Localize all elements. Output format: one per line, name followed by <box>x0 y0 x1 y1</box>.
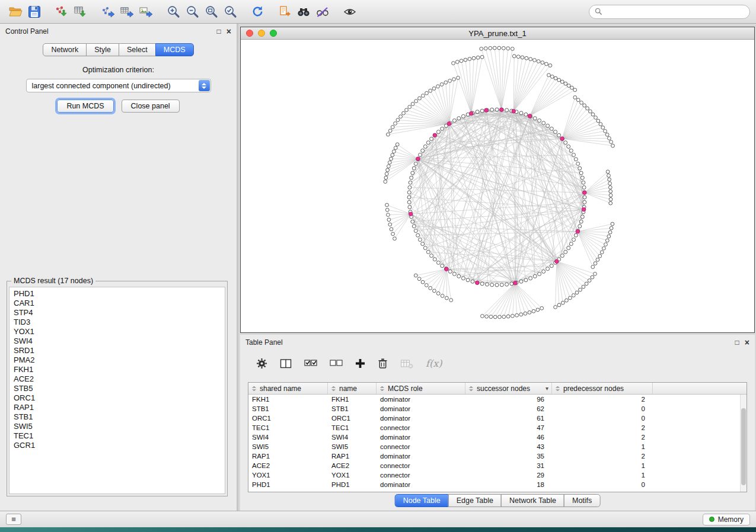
mcds-result-item[interactable]: STP4 <box>14 308 225 318</box>
mcds-result-item[interactable]: ACE2 <box>14 374 225 384</box>
zoom-out-button[interactable] <box>183 2 202 21</box>
mcds-result-title: MCDS result (17 nodes) <box>11 277 95 285</box>
sort-icon <box>555 386 560 392</box>
toggle-column-view-button[interactable] <box>280 358 292 369</box>
table-row[interactable]: YOX1YOX1connector291 <box>248 470 740 480</box>
memory-button[interactable]: Memory <box>703 514 750 525</box>
mcds-result-item[interactable]: PHD1 <box>14 289 225 299</box>
import-network-button[interactable] <box>52 2 71 21</box>
window-close-button[interactable] <box>246 30 253 37</box>
delete-column-button[interactable] <box>378 358 388 369</box>
cell-shared-name: ORC1 <box>248 414 328 423</box>
mcds-result-item[interactable]: FKH1 <box>14 365 225 374</box>
mcds-result-item[interactable]: SWI5 <box>14 422 225 431</box>
add-column-button[interactable] <box>355 358 365 368</box>
copy-style-button[interactable] <box>275 2 294 21</box>
cell-predecessor-nodes: 1 <box>552 470 653 480</box>
tab-node-table[interactable]: Node Table <box>395 494 449 507</box>
tab-network-table[interactable]: Network Table <box>501 494 564 507</box>
cell-shared-name: RAP1 <box>248 451 328 461</box>
table-settings-button[interactable] <box>256 358 267 369</box>
hide-selected-button[interactable] <box>313 2 332 21</box>
cell-name: PHD1 <box>328 480 377 489</box>
table-body: FKH1FKH1dominator962STB1STB1dominator620… <box>248 395 740 492</box>
find-objects-button[interactable] <box>294 2 313 21</box>
tab-edge-table[interactable]: Edge Table <box>448 494 502 507</box>
cell-successor-nodes: 31 <box>465 461 552 470</box>
open-session-button[interactable] <box>6 2 25 21</box>
mcds-result-item[interactable]: GCR1 <box>14 441 225 450</box>
window-minimize-button[interactable] <box>258 30 265 37</box>
mcds-result-item[interactable]: CAR1 <box>14 299 225 308</box>
tab-style[interactable]: Style <box>86 43 119 56</box>
export-table-button[interactable] <box>117 2 136 21</box>
cell-filler <box>653 404 740 414</box>
column-header-shared-name[interactable]: shared name <box>248 383 328 394</box>
status-menu-button[interactable]: ≡ <box>6 514 21 525</box>
table-row[interactable]: RAP1RAP1dominator352 <box>248 451 740 461</box>
float-panel-icon[interactable]: □ <box>217 27 221 36</box>
memory-label: Memory <box>718 515 744 524</box>
tab-motifs[interactable]: Motifs <box>564 494 600 507</box>
close-panel-button[interactable]: Close panel <box>122 100 180 113</box>
tab-select[interactable]: Select <box>119 43 156 56</box>
table-row[interactable]: ACE2ACE2connector311 <box>248 461 740 470</box>
table-row[interactable]: TEC1TEC1connector472 <box>248 423 740 432</box>
apply-layout-button[interactable] <box>248 2 267 21</box>
mcds-result-item[interactable]: STB1 <box>14 412 225 422</box>
close-panel-icon[interactable]: × <box>227 27 231 36</box>
column-header-successor-nodes[interactable]: successor nodes▾ <box>465 383 552 394</box>
mcds-result-item[interactable]: TEC1 <box>14 431 225 441</box>
mcds-result-item[interactable]: STB5 <box>14 384 225 393</box>
cell-filler <box>653 480 740 489</box>
column-header-predecessor-nodes[interactable]: predecessor nodes <box>552 383 653 394</box>
select-all-button[interactable] <box>304 359 317 368</box>
mcds-result-item[interactable]: SRD1 <box>14 346 225 355</box>
mcds-result-item[interactable]: YOX1 <box>14 327 225 336</box>
import-table-button[interactable] <box>71 2 90 21</box>
zoom-selected-button[interactable] <box>221 2 240 21</box>
search-input[interactable] <box>606 7 744 17</box>
tab-network[interactable]: Network <box>43 43 87 56</box>
function-builder-button-disabled: f(x) <box>426 358 442 369</box>
scrollbar-thumb[interactable] <box>741 408 746 485</box>
run-mcds-button[interactable]: Run MCDS <box>57 100 113 113</box>
column-header-filler <box>653 383 747 394</box>
column-header-MCDS-role[interactable]: MCDS role <box>377 383 465 394</box>
window-maximize-button[interactable] <box>270 30 277 37</box>
zoom-fit-button[interactable] <box>202 2 221 21</box>
tab-mcds[interactable]: MCDS <box>155 43 194 56</box>
mcds-result-item[interactable]: ORC1 <box>14 393 225 403</box>
column-header-name[interactable]: name <box>328 383 377 394</box>
cell-shared-name: SWI4 <box>248 432 328 442</box>
cell-name: FKH1 <box>328 395 377 404</box>
cell-predecessor-nodes: 2 <box>552 395 653 404</box>
show-all-button[interactable] <box>340 2 359 21</box>
cell-name: TEC1 <box>328 423 377 432</box>
mcds-result-item[interactable]: PMA2 <box>14 355 225 365</box>
cell-successor-nodes: 61 <box>465 414 552 423</box>
table-row[interactable]: SWI4SWI4dominator462 <box>248 432 740 442</box>
mcds-result-item[interactable]: SWI4 <box>14 336 225 346</box>
export-network-button[interactable] <box>98 2 117 21</box>
save-session-button[interactable] <box>25 2 44 21</box>
table-row[interactable]: STB1STB1dominator620 <box>248 404 740 414</box>
table-vertical-scrollbar[interactable] <box>740 395 747 492</box>
document-share-icon <box>277 5 292 18</box>
table-row[interactable]: ORC1ORC1dominator610 <box>248 414 740 423</box>
column-menu-icon[interactable]: ▾ <box>546 385 548 392</box>
mcds-result-item[interactable]: TID3 <box>14 318 225 327</box>
deselect-all-button[interactable] <box>330 359 343 368</box>
mcds-result-list[interactable]: PHD1CAR1STP4TID3YOX1SWI4SRD1PMA2FKH1ACE2… <box>9 287 225 494</box>
mcds-result-item[interactable]: RAP1 <box>14 403 225 412</box>
table-row[interactable]: PHD1PHD1dominator180 <box>248 480 740 489</box>
export-image-button[interactable] <box>136 2 155 21</box>
criterion-select[interactable]: largest connected component (undirected) <box>26 79 211 92</box>
table-row[interactable]: SWI5SWI5connector431 <box>248 442 740 451</box>
float-table-panel-icon[interactable]: □ <box>735 338 739 347</box>
zoom-in-button[interactable] <box>164 2 183 21</box>
export-table-icon <box>120 5 134 18</box>
close-table-panel-icon[interactable]: × <box>745 338 749 347</box>
network-canvas[interactable] <box>241 40 754 332</box>
table-row[interactable]: FKH1FKH1dominator962 <box>248 395 740 404</box>
